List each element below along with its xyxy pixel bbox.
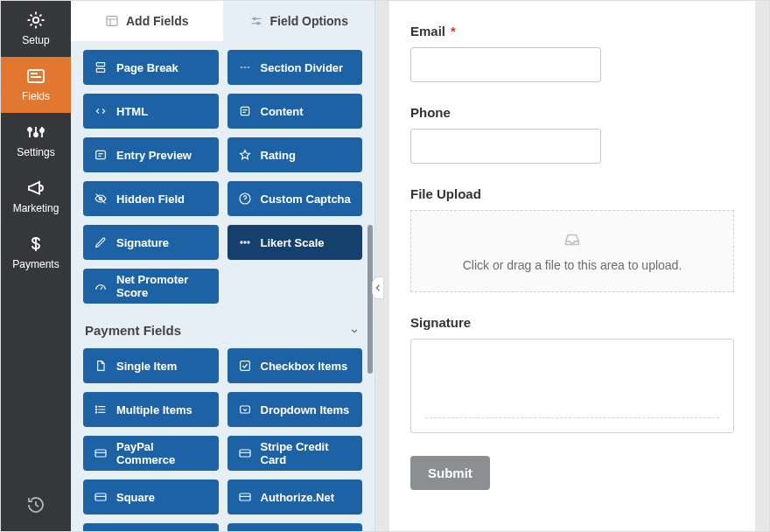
file-upload-dropzone[interactable]: Click or drag a file to this area to upl… [410,210,734,292]
nav-label: Payments [12,258,59,270]
field-likert-scale[interactable]: Likert Scale [228,225,363,260]
field-coupon[interactable]: Coupon [83,523,219,531]
nav-label: Setup [22,34,49,46]
field-label: Checkbox Items [261,360,348,373]
nav-settings[interactable]: Settings [1,113,71,169]
nav-label: Settings [17,146,54,158]
field-section-divider[interactable]: Section Divider [228,50,363,85]
field-total[interactable]: Total [228,523,363,531]
field-label: File Upload [410,186,481,201]
list-icon [94,402,108,416]
document-icon [94,359,108,373]
nav-payments[interactable]: Payments [1,225,71,281]
tab-label: Add Fields [126,14,189,28]
field-rating[interactable]: Rating [228,137,363,172]
field-label: Likert Scale [261,236,325,249]
field-dropdown-items[interactable]: Dropdown Items [228,392,363,427]
preview-area: Email * Phone File Upload Click or drag … [375,1,769,531]
form-field-signature[interactable]: Signature [410,315,734,433]
field-paypal-commerce[interactable]: PayPal Commerce [83,436,219,471]
submit-label: Submit [428,466,472,480]
side-nav: Setup Fields Settings Marketing Payments [1,1,71,531]
panel-tabs: Add Fields Field Options [71,1,374,41]
dropdown-icon [238,402,252,416]
field-page-break[interactable]: Page Break [83,50,219,85]
collapse-handle[interactable] [372,276,384,299]
required-indicator: * [451,24,456,38]
nav-fields[interactable]: Fields [1,57,71,113]
question-icon [238,192,252,206]
form-field-phone[interactable]: Phone [410,105,734,164]
section-title[interactable]: Payment Fields [83,304,362,340]
field-label: Content [261,105,304,118]
tab-label: Field Options [270,14,348,28]
field-checkbox-items[interactable]: Checkbox Items [228,348,363,383]
fields-icon [25,66,46,87]
phone-input[interactable] [410,129,601,164]
field-multiple-items[interactable]: Multiple Items [83,392,219,427]
credit-card-icon [238,490,252,504]
field-label: Email [410,24,445,38]
star-icon [238,148,252,162]
field-label: PayPal Commerce [116,440,208,466]
page-break-icon [94,60,108,74]
field-label: Hidden Field [116,192,185,206]
nav-setup[interactable]: Setup [1,1,71,57]
sliders-icon [25,122,46,143]
field-label: Square [116,491,155,504]
field-html[interactable]: HTML [83,94,219,129]
field-signature[interactable]: Signature [83,225,219,260]
field-label: Custom Captcha [261,192,351,206]
form-field-file-upload[interactable]: File Upload Click or drag a file to this… [410,186,734,292]
field-label: Rating [261,149,296,162]
field-label: HTML [116,105,148,118]
signature-pad[interactable] [410,339,734,433]
field-custom-captcha[interactable]: Custom Captcha [228,181,363,216]
entry-preview-icon [94,148,108,162]
gauge-icon [94,279,108,293]
form-field-email[interactable]: Email * [410,24,734,82]
bullhorn-icon [25,178,46,199]
field-stripe-credit-card[interactable]: Stripe Credit Card [228,436,363,471]
field-label: Page Break [116,61,178,74]
field-entry-preview[interactable]: Entry Preview [83,137,219,172]
dollar-icon [25,234,46,255]
field-label: Section Divider [261,61,344,74]
credit-card-icon [238,446,252,460]
field-net-promoter-score[interactable]: Net Promoter Score [83,269,219,304]
field-hidden-field[interactable]: Hidden Field [83,181,219,216]
tab-add-fields[interactable]: Add Fields [71,1,223,41]
nav-marketing[interactable]: Marketing [1,169,71,225]
field-content[interactable]: Content [228,94,363,129]
nav-label: Fields [22,90,50,102]
section-label: Payment Fields [85,323,181,338]
form-preview: Email * Phone File Upload Click or drag … [389,1,755,531]
field-panel: Add Fields Field Options Page BreakSecti… [71,1,375,531]
gear-icon [25,10,46,31]
eye-off-icon [94,192,108,206]
email-input[interactable] [410,47,601,82]
check-square-icon [238,359,252,373]
content-icon [238,104,252,118]
field-label: Entry Preview [116,149,192,162]
sliders-icon [249,14,263,28]
nav-history[interactable] [1,482,71,531]
html-icon [94,104,108,118]
field-label: Multiple Items [116,403,192,416]
field-label: Phone [410,105,451,120]
credit-card-icon [94,490,108,504]
field-label: Net Promoter Score [116,273,208,299]
field-single-item[interactable]: Single Item [83,348,219,383]
field-square[interactable]: Square [83,480,219,514]
field-authorize-net[interactable]: Authorize.Net [228,480,363,514]
field-label: Signature [410,315,471,330]
history-icon [25,494,46,515]
credit-card-icon [94,446,108,460]
field-label: Dropdown Items [261,403,350,416]
field-label: Stripe Credit Card [261,440,353,466]
submit-button[interactable]: Submit [410,456,490,490]
upload-hint: Click or drag a file to this area to upl… [463,258,682,272]
tab-field-options[interactable]: Field Options [223,1,375,41]
nav-label: Marketing [13,202,60,214]
scrollbar-thumb[interactable] [368,225,373,374]
